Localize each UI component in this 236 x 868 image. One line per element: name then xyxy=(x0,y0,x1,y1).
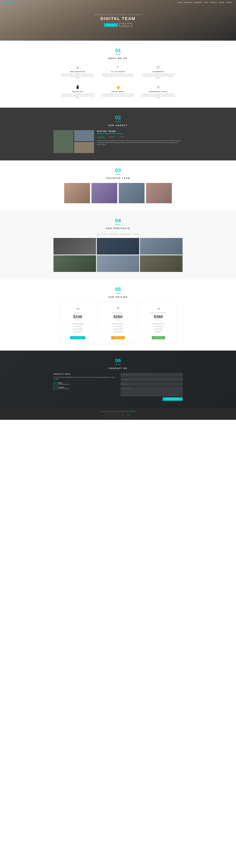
contact-form: SEND MESSAGE xyxy=(121,373,182,401)
agency-tab-mobile[interactable]: MOBILE xyxy=(107,136,116,138)
footer-social-linkedin[interactable]: in xyxy=(116,413,120,417)
pricing-basic-icon: ☁ xyxy=(62,306,94,310)
hero-title: DIGITAL TEAM xyxy=(94,16,142,21)
team-img-1 xyxy=(64,183,90,203)
pricing-professional-feat-4: Live Support xyxy=(142,331,174,333)
feature-social-media-title: SOCIAL MEDIA xyxy=(101,91,135,92)
nav-team[interactable]: TEAM xyxy=(204,2,208,3)
contact-send-button[interactable]: SEND MESSAGE xyxy=(163,397,182,401)
nav-agency[interactable]: OUR AGENCY xyxy=(194,2,202,3)
hero-btn-talk[interactable]: Talk to us xyxy=(119,23,132,27)
portfolio-tab-html[interactable]: HTML xyxy=(102,233,106,236)
nav-portfolio[interactable]: PORTFOLIO xyxy=(210,2,217,3)
footer-socials: f t in g+ rss xyxy=(4,413,232,417)
section-05-divider xyxy=(115,293,121,293)
agency-tab-design[interactable]: DESIGN xyxy=(97,136,106,138)
pricing-business-icon: 🖥 xyxy=(102,306,134,310)
contact-phone-detail: 📞 PHONES (+60) 123-456-7890 xyxy=(54,386,115,390)
portfolio-tab-mobile[interactable]: MOBILE xyxy=(133,233,139,236)
feature-mobile-app: 📱 MOBILE APP Duis aute irure dolor in re… xyxy=(59,83,96,100)
team-member-3[interactable] xyxy=(119,183,144,203)
feature-ui-ux-title: UI & UX DESIGN xyxy=(101,71,135,72)
contact-inner: CONTACT INFO Duis aute irure dolor in re… xyxy=(54,373,182,401)
portfolio-tab-photoshop[interactable]: PHOTOSHOP xyxy=(109,233,119,236)
agency-brand: DIGITAL TEAM xyxy=(97,130,182,132)
responsive-icon: ⊞ xyxy=(156,85,161,90)
section-03-divider xyxy=(115,174,121,175)
section-01-title: WHAT WE DO xyxy=(4,57,232,59)
pricing-basic-feat-2: 1 Pro Website xyxy=(62,325,94,328)
team-member-4[interactable] xyxy=(146,183,172,203)
pricing-business-btn[interactable]: FIND OUT xyxy=(111,336,125,339)
contact-name-input[interactable] xyxy=(121,373,182,377)
portfolio-item-5[interactable] xyxy=(97,255,139,272)
footer-social-facebook[interactable]: f xyxy=(106,413,109,417)
pricing-professional: ☁ PROFESSIONAL $380 per year 500 GB Clou… xyxy=(140,302,177,343)
portfolio-item-4[interactable] xyxy=(54,255,96,272)
nav-what-we-do[interactable]: WHAT WE DO xyxy=(183,2,192,3)
email-icon: ✉ xyxy=(54,382,57,385)
nav-home[interactable]: HOME xyxy=(178,2,181,3)
team-member-2[interactable] xyxy=(92,183,117,203)
agency-tagline: Best Design Agency from California xyxy=(97,133,182,134)
section-04-divider xyxy=(115,224,121,225)
phone-label: PHONES xyxy=(58,387,69,388)
portfolio-grid xyxy=(54,238,182,272)
nav-links: HOME WHAT WE DO OUR AGENCY TEAM PORTFOLI… xyxy=(178,2,232,3)
pricing-basic-plan: BASIC xyxy=(62,312,94,314)
pricing-business-feat-2: 20 Pro Websites xyxy=(102,325,134,328)
feature-web-marketing-title: WEB MARKETING xyxy=(61,71,95,72)
phone-icon: 📞 xyxy=(54,386,57,390)
contact-info-title: CONTACT INFO xyxy=(54,373,115,375)
footer-social-rss[interactable]: rss xyxy=(127,413,130,417)
section-03-title: TALENTED TEAM xyxy=(4,177,232,179)
site-logo: Digital Team xyxy=(4,1,17,3)
nav-contact[interactable]: CONTACT xyxy=(226,2,232,3)
section-04-title: OUR PORTFOLIO xyxy=(4,227,232,229)
hero-subtitle: WEB DESIGN / WEB DEVELOPMENT / SOCIAL ME… xyxy=(94,14,142,15)
portfolio-item-2[interactable] xyxy=(97,238,139,254)
portfolio-item-6[interactable] xyxy=(140,255,182,272)
agency-tab-social[interactable]: SOCIAL xyxy=(118,136,127,138)
portfolio-section: 04 OUR PORTFOLIO ALL HTML PHOTOSHOP WORD… xyxy=(0,211,236,279)
pricing-grid: ☁ BASIC $150 per year 100 GB Cloud Stora… xyxy=(59,302,177,343)
team-img-2 xyxy=(92,183,117,203)
pricing-basic-period: per year xyxy=(62,319,94,320)
contact-message-input[interactable] xyxy=(121,387,182,396)
section-06-number: 06 xyxy=(4,358,232,363)
section-03-number: 03 xyxy=(4,168,232,173)
team-member-1[interactable] xyxy=(64,183,90,203)
feature-responsive-desc: Duis aute irure dolor in reprehenderit i… xyxy=(141,93,175,99)
pricing-basic-btn[interactable]: GET IT NOW xyxy=(70,336,86,339)
section-06-title: CONTACT US xyxy=(4,367,232,369)
nav-pricing[interactable]: PRICING xyxy=(219,2,224,3)
hero-btn-what-we-do[interactable]: What we do xyxy=(104,23,118,27)
contact-info-text: Duis aute irure dolor in reprehenderit i… xyxy=(54,376,115,380)
portfolio-tab-all[interactable]: ALL xyxy=(97,233,100,236)
contact-subject-input[interactable] xyxy=(121,382,182,386)
agency-tabs: DESIGN MOBILE SOCIAL xyxy=(97,136,182,138)
agency-img-2 xyxy=(74,130,94,141)
what-we-do-section: 01 WHAT WE DO ☁ WEB MARKETING Duis aute … xyxy=(0,41,236,107)
pricing-professional-period: per year xyxy=(142,319,174,320)
portfolio-item-1[interactable] xyxy=(54,238,96,254)
feature-responsive-title: RESPONSIVE LAYOUT xyxy=(141,91,175,92)
pricing-professional-btn[interactable]: BUY NOW xyxy=(152,336,165,339)
footer-social-twitter[interactable]: t xyxy=(111,413,115,417)
feature-ecommerce-desc: You can edit and use this template for y… xyxy=(141,73,175,79)
team-grid xyxy=(54,183,182,203)
pricing-business: 🖥 BUSINESS $260 per year 500 GB Cloud St… xyxy=(99,302,137,343)
footer-link[interactable]: Truethemes xyxy=(129,411,135,412)
hero-section: Digital Team HOME WHAT WE DO OUR AGENCY … xyxy=(0,0,236,41)
agency-text: DIGITAL TEAM Best Design Agency from Cal… xyxy=(97,130,182,146)
footer: Copyright © Digital Team HTML5 Template … xyxy=(0,408,236,420)
portfolio-item-3[interactable] xyxy=(140,238,182,254)
feature-ecommerce: 🛒 ECOMMERCE You can edit and use this te… xyxy=(140,63,177,80)
agency-img-3 xyxy=(74,142,94,153)
portfolio-tab-wordpress[interactable]: WORDPRESS xyxy=(121,233,131,236)
footer-social-googleplus[interactable]: g+ xyxy=(121,413,125,417)
contact-email-input[interactable] xyxy=(121,378,182,381)
section-02-divider xyxy=(115,121,121,122)
pricing-basic-feat-4: 24 Hour Support xyxy=(62,331,94,333)
pricing-professional-icon: ☁ xyxy=(142,306,174,310)
